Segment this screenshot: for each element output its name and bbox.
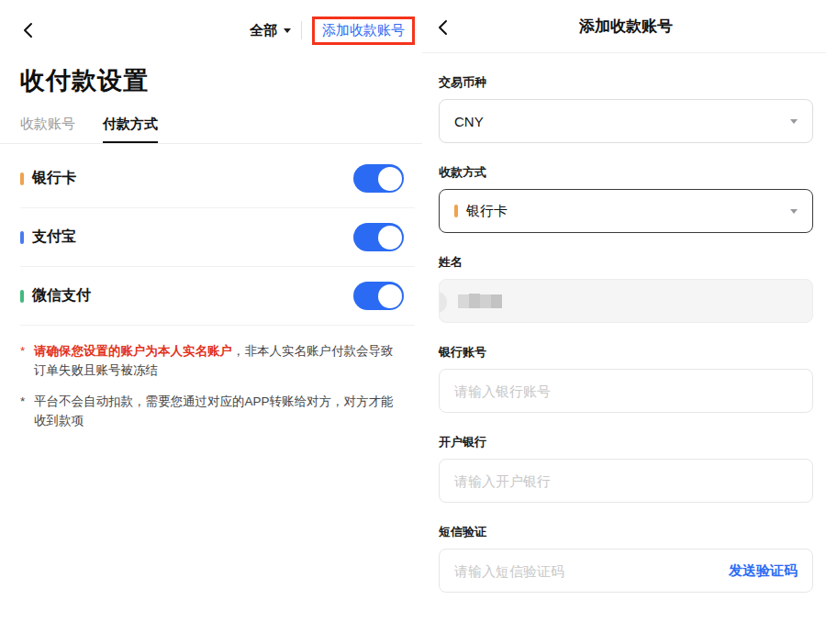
page-title: 收付款设置: [20, 64, 415, 97]
right-header: 添加收款账号: [439, 0, 813, 52]
row-left: 微信支付: [20, 286, 91, 305]
filter-label: 全部: [250, 22, 277, 39]
field-label: 银行账号: [439, 344, 813, 361]
currency-value: CNY: [454, 114, 790, 129]
payment-method-label: 支付宝: [32, 228, 76, 247]
bank-account-box: [439, 369, 813, 413]
toggle-knob: [378, 284, 402, 308]
accent-bar-icon: [20, 290, 24, 303]
payment-method-row-bank-card: 银行卡: [20, 150, 415, 207]
note-text: 请确保您设置的账户为本人实名账户，非本人实名账户付款会导致订单失败且账号被冻结: [34, 342, 398, 381]
app-window: 全部 添加收款账号 收付款设置 收款账号 付款方式 银行卡: [0, 0, 826, 644]
left-header: 全部 添加收款账号: [20, 15, 415, 46]
screen-title: 添加收款账号: [579, 16, 673, 37]
bank-branch-box: [439, 459, 813, 503]
field-label: 交易币种: [439, 74, 813, 91]
field-bank-account: 银行账号: [439, 344, 813, 413]
note-no-auto-debit: * 平台不会自动扣款，需要您通过对应的APP转账给对方，对方才能收到款项: [20, 393, 398, 431]
field-label: 收款方式: [439, 164, 813, 181]
back-chevron-icon: [435, 19, 452, 36]
add-account-screen: 添加收款账号 交易币种 CNY 收款方式 银行卡 姓名: [422, 0, 826, 644]
note-bullet: *: [20, 342, 28, 381]
accent-bar-icon: [454, 205, 458, 217]
field-name: 姓名: [439, 254, 813, 323]
row-left: 支付宝: [20, 228, 76, 247]
note-real-name-warning: * 请确保您设置的账户为本人实名账户，非本人实名账户付款会导致订单失败且账号被冻…: [20, 342, 398, 381]
header-divider: [422, 52, 826, 53]
toggle-wechat-pay[interactable]: [353, 282, 404, 310]
back-button[interactable]: [435, 19, 452, 36]
field-label: 开户银行: [439, 434, 813, 450]
sms-code-box: 发送验证码: [439, 549, 813, 593]
receive-method-value: 银行卡: [454, 203, 790, 220]
chevron-down-icon: [790, 209, 798, 214]
name-field-disabled: [439, 279, 813, 323]
toggle-knob: [378, 226, 402, 250]
accent-bar-icon: [20, 172, 24, 185]
toggle-bank-card[interactable]: [353, 164, 404, 193]
toggle-alipay[interactable]: [353, 223, 404, 251]
payment-method-list: 银行卡 支付宝 微信支付: [20, 150, 415, 326]
payment-method-label: 银行卡: [32, 169, 76, 188]
back-chevron-icon: [20, 22, 37, 39]
receive-method-label: 银行卡: [466, 203, 508, 220]
tab-bar: 收款账号 付款方式: [20, 116, 415, 143]
add-receive-account-button[interactable]: 添加收款账号: [312, 17, 415, 45]
payment-method-label: 微信支付: [32, 286, 91, 305]
bank-account-input[interactable]: [454, 383, 798, 399]
tabs-divider: [0, 143, 422, 144]
note-highlight: 请确保您设置的账户为本人实名账户: [34, 344, 232, 358]
header-divider: [301, 21, 302, 39]
footnotes: * 请确保您设置的账户为本人实名账户，非本人实名账户付款会导致订单失败且账号被冻…: [20, 342, 398, 431]
sms-code-input[interactable]: [454, 563, 720, 579]
field-label: 短信验证: [439, 524, 813, 540]
send-code-button[interactable]: 发送验证码: [729, 562, 798, 580]
field-sms-verification: 短信验证 发送验证码: [439, 524, 813, 593]
payment-method-row-wechat-pay: 微信支付: [20, 267, 415, 325]
currency-select[interactable]: CNY: [439, 99, 813, 143]
toggle-knob: [378, 167, 402, 191]
payment-settings-screen: 全部 添加收款账号 收付款设置 收款账号 付款方式 银行卡: [0, 0, 422, 644]
redaction-artifact: [439, 292, 447, 313]
tab-payment-methods[interactable]: 付款方式: [103, 116, 158, 143]
tab-receive-accounts[interactable]: 收款账号: [20, 116, 75, 143]
field-receive-method: 收款方式 银行卡: [439, 164, 813, 233]
accent-bar-icon: [20, 231, 24, 244]
note-bullet: *: [20, 393, 28, 431]
field-label: 姓名: [439, 254, 813, 271]
field-bank-branch: 开户银行: [439, 434, 813, 503]
filter-dropdown[interactable]: 全部: [250, 22, 291, 39]
row-divider: [20, 325, 415, 326]
receive-method-select[interactable]: 银行卡: [439, 189, 813, 233]
back-button[interactable]: [20, 22, 37, 39]
payment-method-row-alipay: 支付宝: [20, 208, 415, 266]
redacted-name: [458, 294, 502, 308]
note-text: 平台不会自动扣款，需要您通过对应的APP转账给对方，对方才能收到款项: [34, 393, 398, 431]
field-currency: 交易币种 CNY: [439, 74, 813, 143]
note-rest: 平台不会自动扣款，需要您通过对应的APP转账给对方，对方才能收到款项: [34, 394, 394, 427]
row-left: 银行卡: [20, 169, 76, 188]
chevron-down-icon: [284, 28, 291, 33]
bank-branch-input[interactable]: [454, 473, 798, 489]
chevron-down-icon: [790, 119, 798, 124]
